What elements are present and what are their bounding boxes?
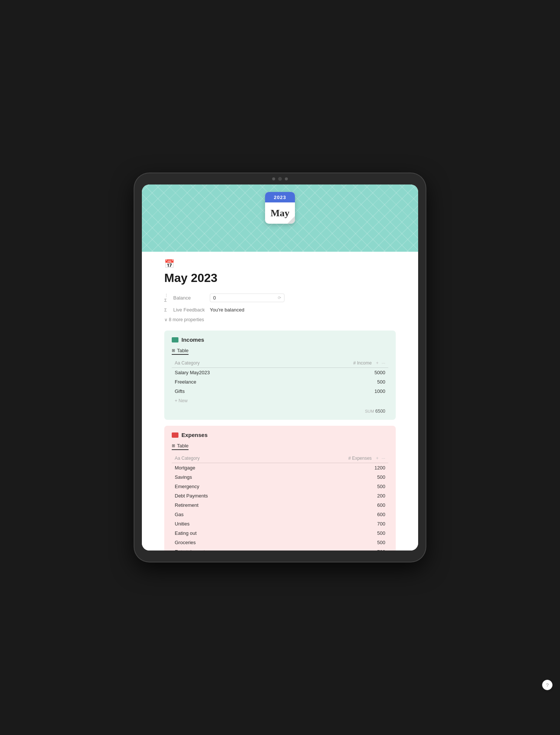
expenses-title: Expenses <box>181 432 208 438</box>
expenses-col-actions[interactable]: + ··· <box>376 456 385 461</box>
tablet-frame: 2023 May 📅 May 2023 ⋮ Σ Balance 0 ⟳ <box>134 173 426 562</box>
incomes-category-cell: Salary May2023 <box>172 368 284 378</box>
incomes-sum-label: SUM <box>365 409 374 413</box>
expenses-category-header: Aa Category <box>172 454 275 463</box>
expenses-expenses-cell: 500 <box>275 482 388 491</box>
table-row[interactable]: Retirement 600 <box>172 500 388 510</box>
incomes-section: Incomes ⊞ Table Aa Category # Income <box>164 331 396 420</box>
expenses-expenses-cell: 600 <box>275 510 388 519</box>
expenses-expenses-cell: 600 <box>275 500 388 510</box>
incomes-add-icon[interactable]: + <box>376 360 379 366</box>
expenses-expenses-header: # Expenses + ··· <box>275 454 388 463</box>
incomes-more-icon[interactable]: ··· <box>382 360 385 366</box>
incomes-income-cell: 500 <box>284 377 388 387</box>
expenses-table: Aa Category # Expenses + ··· <box>172 454 388 551</box>
incomes-table-header: Aa Category # Income + ··· <box>172 359 388 368</box>
balance-icon: ⟳ <box>278 295 281 300</box>
camera-bar <box>272 177 288 181</box>
expenses-category-cell: Gas <box>172 510 275 519</box>
more-properties-toggle[interactable]: ∨ 8 more properties <box>164 315 396 325</box>
balance-property-row: ⋮ Σ Balance 0 ⟳ <box>164 291 396 305</box>
expenses-category-cell: Debt Payments <box>172 491 275 500</box>
incomes-header: Incomes <box>172 337 388 343</box>
expenses-expenses-cell: 200 <box>275 491 388 500</box>
table-row[interactable]: Savings 500 <box>172 472 388 482</box>
calendar-app-icon: 2023 May <box>265 192 295 224</box>
scroll-content[interactable]: 2023 May 📅 May 2023 ⋮ Σ Balance 0 ⟳ <box>142 184 418 551</box>
incomes-sum-row: SUM 6500 <box>172 406 388 414</box>
expenses-category-cell: Retirement <box>172 500 275 510</box>
expenses-header: Expenses <box>172 432 388 438</box>
table-row[interactable]: Groceries 500 <box>172 538 388 547</box>
incomes-table-tab[interactable]: ⊞ Table <box>172 348 189 355</box>
expenses-table-header: Aa Category # Expenses + ··· <box>172 454 388 463</box>
incomes-income-header: # Income + ··· <box>284 359 388 368</box>
incomes-table: Aa Category # Income + ··· <box>172 359 388 396</box>
balance-label: Balance <box>173 295 207 301</box>
expenses-expenses-cell: 500 <box>275 528 388 538</box>
incomes-category-cell: Gifts <box>172 387 284 396</box>
tablet-screen: 2023 May 📅 May 2023 ⋮ Σ Balance 0 ⟳ <box>142 184 418 551</box>
table-row[interactable]: Entertainment 700 <box>172 547 388 551</box>
live-feedback-property-row: Σ Live Feedback You're balanced <box>164 305 396 315</box>
incomes-table-body: Salary May2023 5000 Freelance 500 Gifts … <box>172 368 388 396</box>
table-row[interactable]: Freelance 500 <box>172 377 388 387</box>
table-row[interactable]: Gifts 1000 <box>172 387 388 396</box>
header-background: 2023 May <box>142 184 418 252</box>
expenses-table-tab[interactable]: ⊞ Table <box>172 443 189 450</box>
incomes-sum-value: 6500 <box>375 409 385 414</box>
expenses-table-tab-label: Table <box>177 443 189 449</box>
live-feedback-label: Live Feedback <box>173 307 207 313</box>
calendar-fold <box>287 216 295 224</box>
incomes-income-cell: 5000 <box>284 368 388 378</box>
incomes-new-row[interactable]: + New <box>172 396 388 406</box>
incomes-icon <box>172 337 178 342</box>
table-row[interactable]: Emergency 500 <box>172 482 388 491</box>
expenses-expenses-cell: 500 <box>275 538 388 547</box>
expenses-category-cell: Emergency <box>172 482 275 491</box>
table-row[interactable]: Salary May2023 5000 <box>172 368 388 378</box>
expenses-table-body: Mortgage 1200 Savings 500 Emergency 500 … <box>172 463 388 551</box>
expenses-expenses-cell: 1200 <box>275 463 388 473</box>
camera-dot-right <box>285 177 288 180</box>
camera-dot-left <box>272 177 275 180</box>
incomes-table-tab-label: Table <box>177 348 189 353</box>
page-title: May 2023 <box>164 271 396 285</box>
page-content: 📅 May 2023 ⋮ Σ Balance 0 ⟳ Σ Live Feedba… <box>142 252 418 551</box>
incomes-category-header: Aa Category <box>172 359 284 368</box>
incomes-income-cell: 1000 <box>284 387 388 396</box>
table-row[interactable]: Unities 700 <box>172 519 388 528</box>
expenses-category-cell: Unities <box>172 519 275 528</box>
page-icon: 📅 <box>164 259 396 269</box>
balance-value: 0 <box>213 295 216 301</box>
table-row[interactable]: Debt Payments 200 <box>172 491 388 500</box>
expenses-table-tab-icon: ⊞ <box>172 443 175 448</box>
balance-sigma-icon: ⋮ Σ <box>164 293 170 303</box>
table-row[interactable]: Gas 600 <box>172 510 388 519</box>
incomes-col-actions[interactable]: + ··· <box>376 360 385 366</box>
expenses-expenses-cell: 700 <box>275 547 388 551</box>
expenses-category-cell: Eating out <box>172 528 275 538</box>
incomes-table-tab-icon: ⊞ <box>172 348 175 353</box>
table-row[interactable]: Eating out 500 <box>172 528 388 538</box>
expenses-category-cell: Groceries <box>172 538 275 547</box>
calendar-year: 2023 <box>265 192 295 202</box>
expenses-category-cell: Entertainment <box>172 547 275 551</box>
expenses-add-icon[interactable]: + <box>376 456 379 461</box>
expenses-icon <box>172 432 178 438</box>
incomes-category-cell: Freelance <box>172 377 284 387</box>
camera-dot-main <box>278 177 282 181</box>
incomes-title: Incomes <box>181 337 204 343</box>
live-feedback-sigma-icon: Σ <box>164 308 170 312</box>
balance-input[interactable]: 0 ⟳ <box>210 294 284 302</box>
expenses-category-cell: Mortgage <box>172 463 275 473</box>
expenses-expenses-cell: 700 <box>275 519 388 528</box>
expenses-more-icon[interactable]: ··· <box>382 456 385 461</box>
table-row[interactable]: Mortgage 1200 <box>172 463 388 473</box>
expenses-expenses-cell: 500 <box>275 472 388 482</box>
expenses-category-cell: Savings <box>172 472 275 482</box>
live-feedback-value: You're balanced <box>210 307 396 313</box>
expenses-section: Expenses ⊞ Table Aa Category # Expenses <box>164 426 396 551</box>
